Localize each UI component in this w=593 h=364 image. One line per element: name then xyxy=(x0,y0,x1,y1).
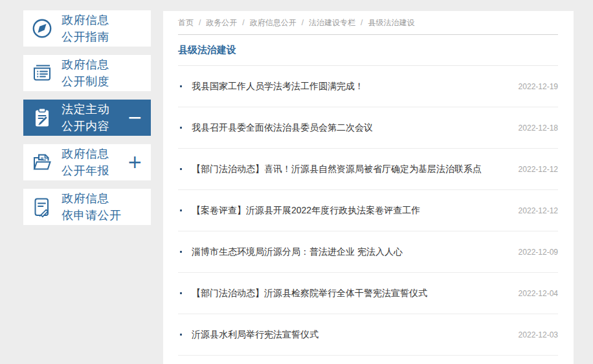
folder-document-icon xyxy=(30,151,54,174)
article-date: 2022-12-09 xyxy=(519,248,558,257)
breadcrumb: 首页 / 政务公开 / 政府信息公开 / 法治建设专栏 / 县级法治建设 xyxy=(178,11,558,35)
sidebar-item-disclosure-guide[interactable]: 政府信息 公开指南 xyxy=(23,10,151,47)
article-link[interactable]: 沂源县水利局举行宪法宣誓仪式 xyxy=(192,329,509,341)
sidebar-item-label: 政府信息 公开制度 xyxy=(62,56,109,90)
bullet-marker xyxy=(180,85,182,87)
article-row: 【案卷评查】沂源县开展2022年度行政执法案卷评查工作 2022-12-12 xyxy=(178,190,558,231)
article-link[interactable]: 淄博市生态环境局沂源分局：普法进企业 宪法入人心 xyxy=(192,246,509,258)
document-edit-icon xyxy=(30,195,54,219)
sidebar-item-label: 政府信息 依申请公开 xyxy=(62,190,122,224)
sidebar-item-disclosure-system[interactable]: 政府信息 公开制度 xyxy=(23,55,151,91)
article-link[interactable]: 【部门法治动态】喜讯！沂源县自然资源局被省厅确定为基层法治联系点 xyxy=(192,164,509,175)
breadcrumb-rule-of-law-column[interactable]: 法治建设专栏 xyxy=(309,17,355,28)
page: 政府信息 公开指南 政府信息 公开制度 xyxy=(0,0,593,364)
article-row: 【部门法治动态】喜讯！沂源县自然资源局被省厅确定为基层法治联系点 2022-12… xyxy=(178,149,558,190)
article-date: 2022-12-04 xyxy=(519,289,558,298)
article-date: 2022-12-03 xyxy=(519,330,558,339)
article-link[interactable]: 我县召开县委全面依法治县委员会第二次会议 xyxy=(192,122,509,134)
article-link[interactable]: 我县国家工作人员学法考法工作圆满完成！ xyxy=(192,81,509,92)
bullet-marker xyxy=(180,209,182,211)
bullet-marker xyxy=(180,168,182,170)
article-row: 【部门法治动态】沂源县检察院举行全体干警宪法宣誓仪式 2022-12-04 xyxy=(178,273,558,314)
compass-icon xyxy=(30,17,54,40)
breadcrumb-info-disclosure[interactable]: 政府信息公开 xyxy=(250,17,296,28)
bullet-marker xyxy=(180,292,182,294)
breadcrumb-gov-affairs[interactable]: 政务公开 xyxy=(206,17,237,28)
article-list: 我县国家工作人员学法考法工作圆满完成！ 2022-12-19 我县召开县委全面依… xyxy=(178,66,558,356)
article-row: 我县国家工作人员学法考法工作圆满完成！ 2022-12-19 xyxy=(178,66,558,107)
breadcrumb-separator: / xyxy=(361,18,363,27)
bullet-marker xyxy=(180,251,182,253)
sidebar-item-statutory-disclosure[interactable]: 法定主动 公开内容 − xyxy=(23,100,151,136)
breadcrumb-separator: / xyxy=(242,18,244,27)
breadcrumb-separator: / xyxy=(199,18,201,27)
article-date: 2022-12-19 xyxy=(519,82,558,91)
page-title: 县级法治建设 xyxy=(178,35,558,66)
document-list-icon xyxy=(30,61,54,85)
article-row: 淄博市生态环境局沂源分局：普法进企业 宪法入人心 2022-12-09 xyxy=(178,231,558,273)
breadcrumb-separator: / xyxy=(302,18,304,27)
breadcrumb-current: 县级法治建设 xyxy=(368,17,414,28)
content-panel: 首页 / 政务公开 / 政府信息公开 / 法治建设专栏 / 县级法治建设 县级法… xyxy=(163,11,574,364)
sidebar-item-label: 政府信息 公开指南 xyxy=(62,12,109,45)
sidebar-item-annual-report[interactable]: 政府信息 公开年报 + xyxy=(23,144,151,180)
article-link[interactable]: 【部门法治动态】沂源县检察院举行全体干警宪法宣誓仪式 xyxy=(192,288,509,299)
bullet-marker xyxy=(180,127,182,129)
expand-icon[interactable]: + xyxy=(128,153,142,171)
sidebar: 政府信息 公开指南 政府信息 公开制度 xyxy=(23,10,151,233)
sidebar-item-label: 政府信息 公开年报 xyxy=(62,145,109,179)
article-date: 2022-12-12 xyxy=(519,165,558,174)
article-row: 沂源县水利局举行宪法宣誓仪式 2022-12-03 xyxy=(178,314,558,356)
collapse-icon[interactable]: − xyxy=(128,109,142,127)
bullet-marker xyxy=(180,334,182,336)
article-date: 2022-12-12 xyxy=(519,206,558,215)
breadcrumb-home[interactable]: 首页 xyxy=(178,17,194,28)
clipboard-pencil-icon xyxy=(30,106,54,129)
article-date: 2022-12-18 xyxy=(519,123,558,133)
article-link[interactable]: 【案卷评查】沂源县开展2022年度行政执法案卷评查工作 xyxy=(192,205,509,217)
sidebar-item-request-disclosure[interactable]: 政府信息 依申请公开 xyxy=(23,189,151,225)
article-row: 我县召开县委全面依法治县委员会第二次会议 2022-12-18 xyxy=(178,107,558,149)
sidebar-item-label: 法定主动 公开内容 xyxy=(62,101,109,134)
